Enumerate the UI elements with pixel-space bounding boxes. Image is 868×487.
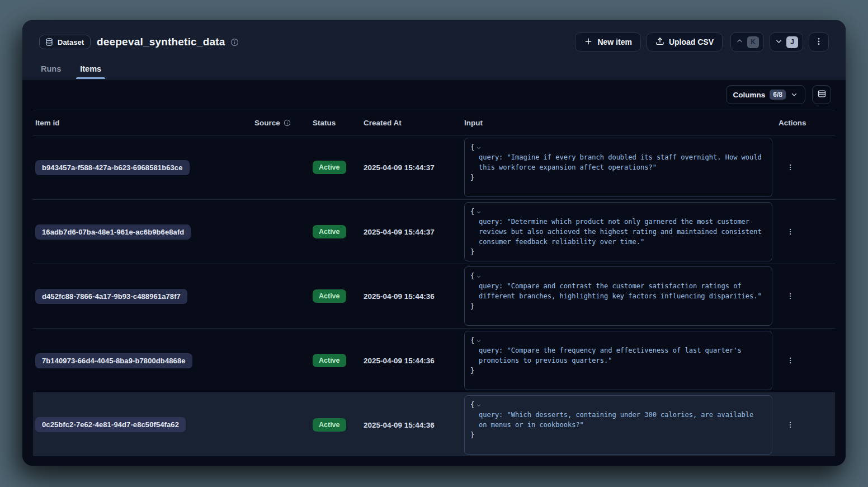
- column-header-source: Source: [254, 119, 305, 127]
- dataset-info-icon[interactable]: [230, 38, 239, 46]
- collapse-chevron-icon[interactable]: [476, 338, 482, 344]
- tab-items[interactable]: Items: [76, 64, 105, 79]
- page-title: deepeval_synthetic_data: [97, 36, 225, 48]
- input-json-block: { query: "Compare and contrast the custo…: [464, 266, 772, 326]
- new-item-label: New item: [597, 38, 631, 46]
- collapse-chevron-icon[interactable]: [476, 274, 482, 279]
- status-badge: Active: [313, 289, 346, 303]
- upload-csv-label: Upload CSV: [669, 38, 714, 46]
- source-header-label: Source: [254, 119, 280, 127]
- collapse-chevron-icon[interactable]: [476, 209, 482, 215]
- header-more-actions-button[interactable]: [809, 32, 829, 51]
- row-actions-kebab-button[interactable]: [779, 421, 835, 429]
- open-brace: {: [470, 400, 474, 410]
- status-badge: Active: [313, 418, 346, 432]
- input-query-text: query: "Compare and contrast the custome…: [470, 281, 766, 301]
- tab-runs-label: Runs: [41, 64, 61, 79]
- open-brace: {: [470, 207, 474, 217]
- table-row[interactable]: 16adb7d6-07ba-48e1-961e-ac6b9b6e8afd Act…: [33, 200, 835, 264]
- dataset-type-badge: Dataset: [39, 35, 91, 49]
- status-badge: Active: [313, 161, 346, 174]
- columns-visibility-button[interactable]: Columns 6/8: [726, 85, 805, 104]
- table-header-row: Item id Source Status Created At Input A…: [33, 110, 835, 135]
- input-query-text: query: "Compare the frequency and effect…: [470, 345, 766, 366]
- table-toolbar: Columns 6/8: [22, 79, 846, 110]
- column-header-created-at: Created At: [358, 119, 459, 127]
- created-at-value: 2025-04-09 15:44:37: [364, 163, 435, 172]
- dataset-badge-label: Dataset: [58, 38, 84, 46]
- item-id-pill[interactable]: 0c25bfc2-7e62-4e81-94d7-e8c50f54fa62: [35, 417, 186, 432]
- column-header-actions: Actions: [775, 119, 835, 127]
- next-item-button[interactable]: J: [770, 32, 803, 51]
- plus-icon: [584, 37, 593, 48]
- created-at-value: 2025-04-09 15:44:36: [364, 421, 435, 429]
- new-item-button[interactable]: New item: [575, 32, 640, 51]
- open-brace: {: [470, 335, 474, 345]
- row-actions-kebab-button[interactable]: [779, 163, 835, 171]
- tab-items-label: Items: [80, 64, 101, 79]
- input-json-block: { query: "Determine which product not on…: [464, 202, 772, 261]
- input-json-block: { query: "Which desserts, containing und…: [464, 395, 772, 455]
- tab-bar: Runs Items: [22, 64, 846, 79]
- chevron-down-icon: [790, 91, 798, 99]
- created-at-value: 2025-04-09 15:44:36: [364, 292, 435, 301]
- shortcut-key-k: K: [747, 36, 759, 48]
- chevron-up-icon: [735, 37, 744, 47]
- table-row[interactable]: d452fc88-7866-4a17-9b93-c488961a78f7 Act…: [33, 264, 835, 329]
- table-row[interactable]: 7b140973-66d4-4045-8ba9-b7800db4868e Act…: [33, 329, 835, 393]
- input-query-text: query: "Determine which product not only…: [470, 217, 766, 247]
- item-id-pill[interactable]: 7b140973-66d4-4045-8ba9-b7800db4868e: [35, 353, 192, 368]
- close-brace: }: [470, 430, 766, 440]
- item-id-pill[interactable]: b943457a-f588-427a-b623-6968581b63ce: [35, 160, 190, 175]
- created-at-value: 2025-04-09 15:44:37: [364, 228, 435, 236]
- shortcut-key-j: J: [786, 36, 798, 48]
- row-actions-kebab-button[interactable]: [779, 357, 835, 364]
- window-header: Dataset deepeval_synthetic_data New item: [22, 20, 846, 79]
- chevron-down-icon: [775, 37, 783, 47]
- item-id-pill[interactable]: 16adb7d6-07ba-48e1-961e-ac6b9b6e8afd: [35, 224, 191, 240]
- row-actions-kebab-button[interactable]: [779, 292, 835, 300]
- column-header-status: Status: [305, 119, 358, 127]
- input-json-block: { query: "Imagine if every branch double…: [464, 138, 772, 197]
- upload-icon: [655, 37, 664, 48]
- table-row[interactable]: b943457a-f588-427a-b623-6968581b63ce Act…: [33, 135, 835, 200]
- input-query-text: query: "Imagine if every branch doubled …: [470, 152, 766, 172]
- upload-csv-button[interactable]: Upload CSV: [647, 32, 723, 51]
- row-actions-kebab-button[interactable]: [779, 228, 835, 236]
- header-actions: New item Upload CSV: [575, 32, 829, 51]
- close-brace: }: [470, 366, 766, 376]
- column-header-input: Input: [459, 119, 775, 127]
- input-json-block: { query: "Compare the frequency and effe…: [464, 331, 772, 390]
- dataset-items-window: Dataset deepeval_synthetic_data New item: [22, 20, 846, 466]
- table-row[interactable]: 0c25bfc2-7e62-4e81-94d7-e8c50f54fa62 Act…: [33, 393, 835, 456]
- previous-item-button[interactable]: K: [730, 32, 764, 51]
- items-table: Item id Source Status Created At Input A…: [33, 110, 835, 456]
- close-brace: }: [470, 301, 766, 311]
- close-brace: }: [470, 247, 766, 257]
- tab-runs[interactable]: Runs: [37, 64, 65, 79]
- columns-count-badge: 6/8: [770, 90, 786, 100]
- input-query-text: query: "Which desserts, containing under…: [470, 410, 766, 430]
- open-brace: {: [470, 142, 474, 152]
- collapse-chevron-icon[interactable]: [476, 145, 482, 151]
- close-brace: }: [470, 172, 766, 182]
- database-icon: [45, 38, 54, 46]
- open-brace: {: [470, 271, 474, 281]
- columns-button-label: Columns: [733, 91, 766, 99]
- status-badge: Active: [313, 354, 346, 367]
- created-at-value: 2025-04-09 15:44:36: [364, 357, 435, 365]
- header-top-row: Dataset deepeval_synthetic_data New item: [22, 20, 846, 51]
- row-height-button[interactable]: [812, 85, 831, 104]
- column-header-item-id: Item id: [33, 119, 254, 127]
- status-badge: Active: [313, 225, 346, 238]
- kebab-menu-icon: [814, 37, 823, 48]
- source-info-icon[interactable]: [284, 119, 291, 127]
- table-rows-icon: [817, 89, 827, 100]
- item-id-pill[interactable]: d452fc88-7866-4a17-9b93-c488961a78f7: [35, 289, 187, 304]
- collapse-chevron-icon[interactable]: [476, 402, 482, 408]
